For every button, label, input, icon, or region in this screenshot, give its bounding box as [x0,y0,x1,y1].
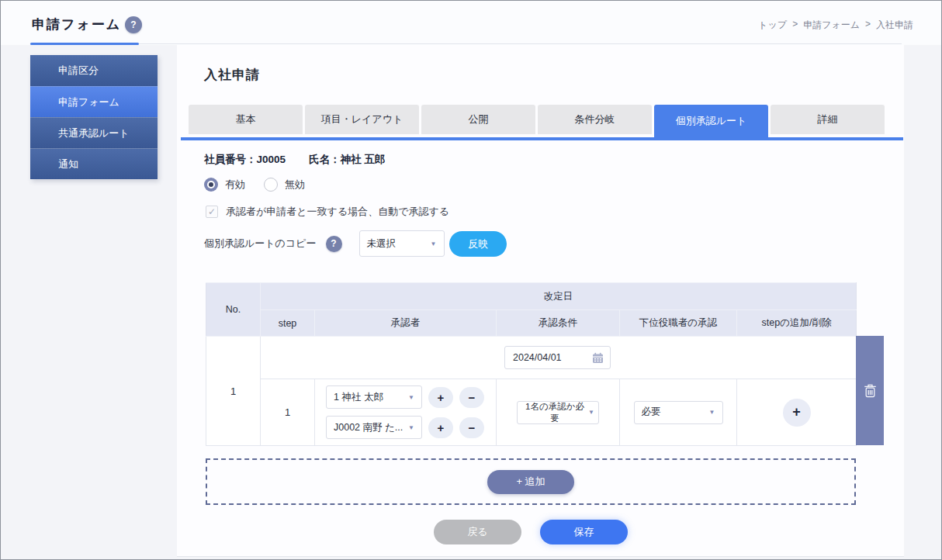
route-copy-label: 個別承認ルートのコピー [204,237,317,251]
delete-row-button[interactable] [856,336,884,445]
help-icon[interactable]: ? [125,16,142,33]
add-row-zone: + 追加 [206,458,856,505]
tab-items-layout[interactable]: 項目・レイアウト [305,105,419,134]
chevron-down-icon: ▼ [431,240,437,247]
col-header-revision-date: 改定日 [261,283,857,310]
sidebar-item-application-category[interactable]: 申請区分 [30,55,158,86]
radio-unselected-icon[interactable] [264,178,278,192]
tab-publish[interactable]: 公開 [421,105,535,134]
condition-select[interactable]: 1名の承認か必要 ▼ [517,401,599,424]
remove-approver-button[interactable]: − [459,387,484,408]
app-title: 申請フォーム [32,16,121,33]
breadcrumb-separator: > [792,19,798,32]
help-icon[interactable]: ? [326,236,342,252]
chevron-down-icon: ▼ [709,409,715,416]
title-divider-accent [30,43,139,45]
lower-rank-select-value: 必要 [642,406,661,419]
route-copy-row: 個別承認ルートのコピー ? 未選択 ▼ [204,230,445,257]
col-header-step: step [261,310,315,337]
chevron-down-icon: ▼ [588,409,594,416]
sidebar-item-application-form[interactable]: 申請フォーム [30,86,158,117]
employee-number: 社員番号：J0005 [204,153,286,167]
breadcrumb-separator: > [865,19,871,32]
table-row: 1 2024/04/01 [206,337,857,379]
employee-info: 社員番号：J0005 氏名：神社 五郎 [204,153,385,167]
footer-actions: 戻る 保存 [206,520,856,544]
route-copy-select-value: 未選択 [367,237,397,251]
title-divider [30,43,902,44]
revision-date-input[interactable]: 2024/04/01 [504,346,611,369]
breadcrumb-item-current: 入社申請 [876,19,913,32]
col-header-condition: 承認条件 [497,310,620,337]
add-approver-button[interactable]: + [428,387,453,408]
breadcrumb-item-top[interactable]: トップ [758,19,787,32]
page-title: 入社申請 [204,66,260,84]
back-button[interactable]: 戻る [434,520,521,544]
approver-cell: 1 神社 太郎 ▼ + − J0002 南野 た... ▼ [315,379,497,446]
tab-details[interactable]: 詳細 [771,105,885,134]
auto-approve-label: 承認者が申請者と一致する場合、自動で承認する [226,205,449,219]
table-row: 1 1 神社 太郎 ▼ + − [206,379,857,446]
remove-approver-button[interactable]: − [459,417,484,438]
radio-option-disabled[interactable]: 無効 [264,178,305,192]
tab-active-underline [181,137,903,140]
radio-option-enabled[interactable]: 有効 [204,178,245,192]
condition-select-value: 1名の承認か必要 [521,401,588,424]
calendar-icon[interactable] [592,352,604,364]
tab-basic[interactable]: 基本 [189,105,303,134]
col-header-no: No. [206,283,261,337]
approver-select-2[interactable]: J0002 南野 た... ▼ [326,416,422,439]
step-add-remove-cell: + [737,379,857,446]
chevron-down-icon: ▼ [408,394,414,401]
approver-select-1-value: 1 神社 太郎 [334,391,383,404]
radio-selected-icon[interactable] [204,178,218,192]
lower-rank-cell: 必要 ▼ [620,379,737,446]
approver-select-1[interactable]: 1 神社 太郎 ▼ [326,385,422,409]
sidebar: 申請区分 申請フォーム 共通承認ルート 通知 [30,55,158,179]
sidebar-item-common-approval-route[interactable]: 共通承認ルート [30,117,158,148]
revision-date-value: 2024/04/01 [513,352,562,363]
add-step-button[interactable]: + [783,399,811,427]
col-header-step-add-remove: stepの追加/削除 [737,310,857,337]
auto-approve-checkbox[interactable]: ✓ [206,206,218,218]
breadcrumb-item-form[interactable]: 申請フォーム [803,19,860,32]
add-row-button[interactable]: + 追加 [487,470,574,494]
route-copy-select[interactable]: 未選択 ▼ [359,230,445,257]
chevron-down-icon: ▼ [408,424,414,431]
save-button[interactable]: 保存 [540,520,628,544]
col-header-approver: 承認者 [315,310,497,337]
tab-individual-approval-route[interactable]: 個別承認ルート [654,105,768,137]
approval-route-table: No. 改定日 step 承認者 承認条件 下位役職者の承認 stepの追加/削… [206,282,856,446]
check-icon: ✓ [208,206,216,217]
radio-label-disabled: 無効 [285,178,305,192]
auto-approve-row: ✓ 承認者が申請者と一致する場合、自動で承認する [206,205,449,219]
sidebar-item-notification[interactable]: 通知 [30,148,158,179]
app-window: 申請フォーム ? トップ > 申請フォーム > 入社申請 申請区分 申請フォーム… [0,0,942,560]
breadcrumb: トップ > 申請フォーム > 入社申請 [758,19,913,32]
radio-label-enabled: 有効 [225,178,245,192]
row-no-cell: 1 [206,337,261,446]
trash-icon [864,384,877,398]
status-radio-group: 有効 無効 [204,178,305,192]
step-number-cell: 1 [261,379,315,446]
tab-bar: 基本 項目・レイアウト 公開 条件分岐 個別承認ルート 詳細 [189,105,885,137]
revision-date-cell: 2024/04/01 [261,337,857,379]
lower-rank-select[interactable]: 必要 ▼ [634,401,723,424]
tab-condition-branch[interactable]: 条件分岐 [538,105,652,134]
add-approver-button[interactable]: + [428,417,453,438]
condition-cell: 1名の承認か必要 ▼ [497,379,620,446]
col-header-lower-rank: 下位役職者の承認 [620,310,737,337]
approver-select-2-value: J0002 南野 た... [334,421,403,434]
employee-name: 氏名：神社 五郎 [309,153,385,167]
apply-button[interactable]: 反映 [449,231,507,257]
